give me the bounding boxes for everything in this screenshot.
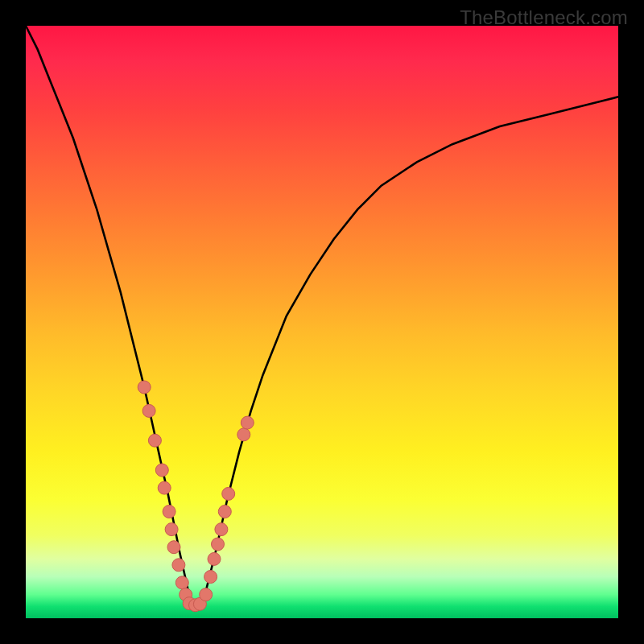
data-marker [142,404,155,417]
data-marker [175,576,188,589]
data-marker [148,434,161,447]
chart-frame: TheBottleneck.com [0,0,644,644]
data-marker [208,552,221,565]
data-marker [241,416,254,429]
data-marker [215,523,228,536]
chart-svg [26,26,618,618]
data-marker [158,481,171,494]
data-markers [138,381,254,612]
data-marker [212,538,225,551]
data-marker [165,523,178,536]
data-marker [218,506,231,518]
data-marker [172,559,185,572]
data-marker [163,506,175,518]
data-marker [237,428,250,441]
data-marker [222,487,235,500]
bottleneck-curve [26,26,618,606]
watermark-text: TheBottleneck.com [460,6,628,29]
data-marker [138,381,151,394]
data-marker [155,464,168,477]
data-marker [200,588,213,601]
plot-area [26,26,618,618]
data-marker [204,571,217,584]
data-marker [167,541,180,554]
